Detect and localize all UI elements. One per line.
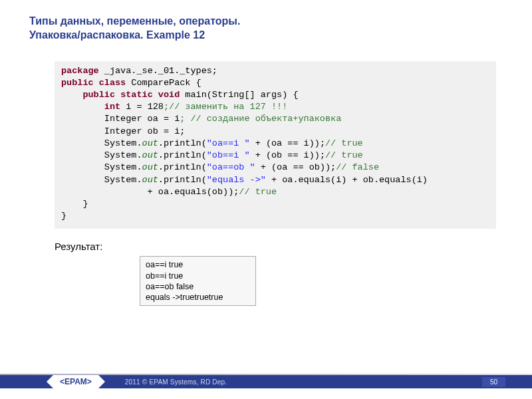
result-box: oa==i true ob==i true oa==ob false equal… — [140, 256, 256, 306]
out3: out — [142, 162, 158, 172]
logo-text: EPAM — [65, 377, 87, 386]
close1: } — [61, 199, 88, 209]
title-line-1: Типы данных, переменные, операторы. — [29, 15, 240, 27]
sys4: System. — [104, 175, 142, 185]
out2: out — [142, 150, 158, 160]
page-number: 50 — [482, 377, 505, 387]
c3: // false — [336, 162, 379, 172]
s1: "oa==i " — [207, 138, 250, 148]
out1: out — [142, 138, 158, 148]
p2b: + (ob == i)); — [250, 150, 325, 160]
kw-void: void — [158, 90, 180, 100]
p4b: + oa.equals(i) + ob.equals(i) — [266, 175, 428, 185]
kw-public2: public — [82, 90, 115, 100]
s2: "ob==i " — [207, 150, 250, 160]
close2: } — [61, 211, 66, 221]
p4a: .println( — [158, 175, 207, 185]
kw-class: class — [99, 78, 126, 88]
result-label: Результат: — [55, 241, 532, 252]
kw-static: static — [120, 90, 153, 100]
c4: // true — [239, 187, 277, 197]
p1a: .println( — [158, 138, 207, 148]
sys1: System. — [104, 138, 142, 148]
s3: "oa==ob " — [207, 162, 255, 172]
p1b: + (oa == i)); — [250, 138, 325, 148]
line-ob: Integer ob = i; — [61, 126, 185, 136]
line-oa: Integer oa = i — [61, 114, 180, 124]
footer-copyright: 2011 © EPAM Systems, RD Dep. — [125, 378, 227, 386]
p2a: .println( — [158, 150, 207, 160]
c2: // true — [325, 150, 363, 160]
footer: <EPAM> 2011 © EPAM Systems, RD Dep. 50 — [0, 375, 532, 388]
main-sig: main(String[] args) { — [180, 90, 298, 100]
slide-title: Типы данных, переменные, операторы. Упак… — [0, 0, 532, 49]
out4: out — [142, 175, 158, 185]
epam-logo: <EPAM> — [53, 375, 98, 388]
kw-public: public — [61, 78, 94, 88]
title-line-2: Упаковка/распаковка. Example 12 — [29, 29, 205, 41]
class-name: ComparePack { — [126, 78, 201, 88]
comment-2: ; // создание объекта+упаковка — [180, 114, 341, 124]
sys2: System. — [104, 150, 142, 160]
s4: "equals ->" — [207, 175, 266, 185]
p4c: + oa.equals(ob)); — [61, 187, 239, 197]
kw-int: int — [104, 102, 120, 112]
p3a: .println( — [158, 162, 207, 172]
kw-package: package — [61, 66, 99, 76]
int-decl: i = 128 — [120, 102, 164, 112]
code-block: package _java._se._01._types; public cla… — [55, 61, 496, 229]
p3b: + (oa == ob)); — [255, 162, 336, 172]
comment-1: ;// заменить на 127 !!! — [164, 102, 287, 112]
sys3: System. — [104, 162, 142, 172]
package-name: _java._se._01._types; — [99, 66, 217, 76]
c1: // true — [325, 138, 363, 148]
